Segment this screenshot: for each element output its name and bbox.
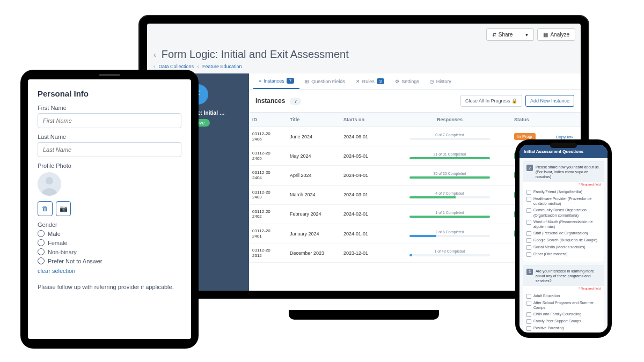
delete-photo-button[interactable]: 🗑 xyxy=(38,201,53,216)
clear-selection-link[interactable]: clear selection xyxy=(38,268,181,274)
col-id[interactable]: ID xyxy=(249,113,287,127)
radio-option[interactable]: Prefer Not to Answer xyxy=(38,257,181,264)
tab-rules[interactable]: ✕ Rules 3 xyxy=(350,73,390,89)
add-instance-button[interactable]: Add New Instance xyxy=(525,95,574,107)
analyze-button[interactable]: ▦ Analyze xyxy=(537,28,575,41)
required-label: * Required field xyxy=(523,286,604,291)
checkbox-option[interactable]: Healthcare Provider (Proveedor de cuidad… xyxy=(526,196,601,206)
radio-label: Non-binary xyxy=(48,249,77,255)
tab-instances[interactable]: ≡ Instances 7 xyxy=(253,73,299,89)
option-label: Community Based Organization (Organizaci… xyxy=(533,208,601,217)
col-link xyxy=(548,113,581,127)
col-starts[interactable]: Starts on xyxy=(340,113,389,127)
avatar-placeholder xyxy=(38,172,61,196)
breadcrumb-link[interactable]: Feature Education xyxy=(202,64,242,69)
checkbox-option[interactable]: Community Based Organization (Organizaci… xyxy=(526,208,601,217)
rules-count: 3 xyxy=(377,78,384,84)
checkbox-option[interactable]: Family Peer Support Groups xyxy=(526,319,601,324)
chevron-left-icon: ‹ xyxy=(153,64,155,69)
option-label: Adult Education xyxy=(533,293,560,298)
col-title[interactable]: Title xyxy=(287,113,340,127)
gear-icon: ⚙ xyxy=(395,79,399,84)
cell-responses: 1 of 1 Completed xyxy=(389,206,511,222)
checkbox-icon xyxy=(526,301,531,306)
checkbox-option[interactable]: Adult Education xyxy=(526,293,601,299)
cell-id: 03112-202402 xyxy=(249,205,287,224)
radio-option[interactable]: Non-binary xyxy=(38,248,181,255)
first-name-label: First Name xyxy=(38,105,181,111)
cell-id: 03112-202405 xyxy=(249,146,287,165)
radio-label: Male xyxy=(48,231,61,237)
checkbox-option[interactable]: Staff (Personal de Organización) xyxy=(526,231,601,236)
col-responses[interactable]: Responses xyxy=(389,113,511,127)
checkbox-option[interactable]: Other (Otra manera) xyxy=(526,252,601,257)
breadcrumb: ‹ Data Collections ‹ Feature Education xyxy=(147,64,581,73)
question-number: 2 xyxy=(526,165,533,171)
checkbox-option[interactable]: Positive Parenting xyxy=(526,326,601,331)
tablet-app: Personal Info First Name Last Name Profi… xyxy=(28,79,191,339)
page-title: Form Logic: Initial and Exit Assessment xyxy=(162,48,349,61)
instances-count: 7 xyxy=(287,78,294,84)
checkbox-option[interactable]: Social Media (Medios sociales) xyxy=(526,245,601,250)
col-status[interactable]: Status xyxy=(511,113,548,127)
checkbox-icon xyxy=(526,294,531,299)
tab-questions[interactable]: ⊞ Question Fields xyxy=(299,73,350,89)
cell-responses: 2 of 6 Completed xyxy=(389,226,511,241)
radio-option[interactable]: Female xyxy=(38,239,181,246)
instances-title-wrap: Instances 7 xyxy=(255,97,301,105)
radio-label: Prefer Not to Answer xyxy=(48,258,103,264)
checkbox-option[interactable]: Google Search (Búsqueda de Google) xyxy=(526,238,601,243)
gender-options: MaleFemaleNon-binaryPrefer Not to Answer xyxy=(38,230,181,264)
tab-settings[interactable]: ⚙ Settings xyxy=(390,73,425,89)
first-name-input[interactable] xyxy=(38,113,181,128)
radio-option[interactable]: Male xyxy=(38,230,181,237)
option-label: Social Media (Medios sociales) xyxy=(533,245,585,249)
cell-title: January 2024 xyxy=(287,227,340,241)
instances-title: Instances xyxy=(255,97,285,105)
last-name-input[interactable] xyxy=(38,142,181,157)
breadcrumb-link[interactable]: Data Collections xyxy=(159,64,194,69)
camera-button[interactable]: 📷 xyxy=(56,201,71,216)
cell-id: 03112-202404 xyxy=(249,166,287,184)
question-options: Family/Friend (Amigo/familia)Healthcare … xyxy=(523,187,604,262)
instances-actions: Close All In Progress 🔒 Add New Instance xyxy=(460,95,574,107)
gender-label: Gender xyxy=(38,221,181,228)
option-label: Family Peer Support Groups xyxy=(533,319,581,323)
question-header: 3 Are you interested in learning more ab… xyxy=(523,266,604,286)
cell-responses: 0 of 7 Completed xyxy=(389,129,511,144)
clock-icon: ◷ xyxy=(430,79,434,84)
option-label: After School Programs and Summer Camps xyxy=(533,300,601,310)
checkbox-option[interactable]: Child and Family Counseling xyxy=(526,312,601,317)
question-card: 3 Are you interested in learning more ab… xyxy=(523,265,604,332)
radio-icon xyxy=(38,230,45,237)
cell-starts: 2024-02-01 xyxy=(340,207,389,221)
profile-photo-label: Profile Photo xyxy=(38,162,181,169)
cell-title: June 2024 xyxy=(287,130,340,144)
cell-starts: 2024-06-01 xyxy=(340,130,389,144)
close-all-button[interactable]: Close All In Progress 🔒 xyxy=(460,95,522,107)
checkbox-icon xyxy=(526,319,531,324)
phone-app: Initial Assessment Questions 2 Please sh… xyxy=(519,145,608,333)
checkbox-icon xyxy=(526,220,531,225)
question-number: 3 xyxy=(526,269,533,275)
camera-icon: 📷 xyxy=(60,205,68,212)
cell-title: February 2024 xyxy=(287,207,340,221)
doc-icon: ⊞ xyxy=(305,79,309,84)
checkbox-icon xyxy=(526,197,531,202)
checkbox-option[interactable]: After School Programs and Summer Camps xyxy=(526,300,601,310)
question-text: Are you interested in learning more abou… xyxy=(536,269,601,283)
cell-starts: 2024-01-01 xyxy=(340,227,389,241)
share-button[interactable]: ⇵ Share ▾ xyxy=(486,28,535,41)
last-name-label: Last Name xyxy=(38,134,181,140)
chevron-down-icon: ▾ xyxy=(525,32,528,38)
share-label: Share xyxy=(499,32,513,38)
checkbox-icon xyxy=(526,252,531,257)
tab-history[interactable]: ◷ History xyxy=(425,73,457,89)
back-icon[interactable]: ‹ xyxy=(153,50,156,59)
checkbox-option[interactable]: Word of Mouth (Recomendación de alguien … xyxy=(526,219,601,229)
checkbox-icon xyxy=(526,326,531,331)
share-icon: ⇵ xyxy=(492,32,496,38)
table-header: ID Title Starts on Responses Status xyxy=(249,112,581,127)
checkbox-option[interactable]: Family/Friend (Amigo/familia) xyxy=(526,189,601,195)
rules-icon: ✕ xyxy=(356,79,360,84)
